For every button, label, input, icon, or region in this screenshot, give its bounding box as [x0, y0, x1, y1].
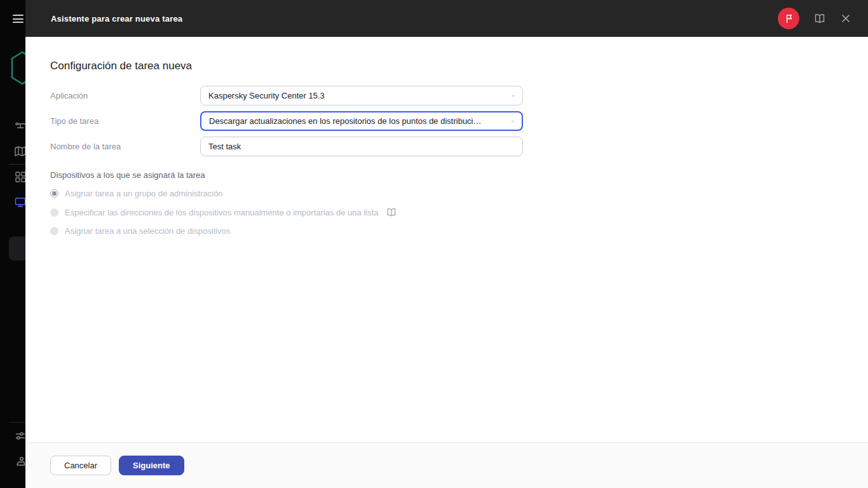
- form-row-task-type: Tipo de tarea Descargar actualizaciones …: [50, 111, 843, 131]
- application-select[interactable]: Kaspersky Security Center 15.3: [200, 86, 523, 105]
- radio-option-manual-addresses[interactable]: Especificar las direcciones de los dispo…: [50, 207, 843, 217]
- server-icon[interactable]: [14, 119, 25, 132]
- radio-unselected[interactable]: [50, 208, 58, 217]
- user-icon[interactable]: [14, 455, 25, 468]
- application-label: Aplicación: [50, 91, 200, 100]
- app-sidebar: [0, 0, 25, 488]
- cancel-button[interactable]: Cancelar: [50, 456, 111, 475]
- sidebar-selected-item[interactable]: [9, 236, 25, 261]
- task-type-label: Tipo de tarea: [50, 116, 200, 126]
- book-icon: [386, 207, 397, 217]
- sliders-icon[interactable]: [14, 430, 25, 442]
- radio-label: Asignar tarea a un grupo de administraci…: [65, 189, 223, 198]
- new-task-wizard-window: Asistente para crear nueva tarea Configu…: [25, 0, 868, 488]
- monitor-icon[interactable]: [14, 196, 25, 208]
- flag-icon: [783, 13, 794, 24]
- chevron-down-icon: [506, 119, 514, 124]
- book-icon[interactable]: [814, 13, 825, 24]
- wizard-body: Configuración de tarea nueva Aplicación …: [25, 37, 868, 442]
- form-row-application: Aplicación Kaspersky Security Center 15.…: [50, 86, 843, 105]
- task-name-label: Nombre de la tarea: [50, 142, 200, 151]
- sidebar-divider: [9, 164, 25, 165]
- sidebar-divider-bottom: [9, 422, 25, 423]
- whats-new-button[interactable]: [778, 8, 799, 29]
- map-icon[interactable]: [14, 145, 25, 158]
- devices-section-label: Dispositivos a los que se asignará la ta…: [50, 170, 843, 180]
- task-type-select[interactable]: Descargar actualizaciones en los reposit…: [200, 111, 523, 131]
- radio-option-device-selection[interactable]: Asignar tarea a una selección de disposi…: [50, 226, 843, 236]
- chevron-down-icon: [507, 93, 515, 98]
- close-icon[interactable]: [840, 13, 851, 24]
- task-name-input[interactable]: [200, 137, 523, 156]
- wizard-header: Asistente para crear nueva tarea: [25, 0, 868, 37]
- form-row-task-name: Nombre de la tarea: [50, 137, 843, 156]
- menu-icon[interactable]: [13, 15, 24, 23]
- radio-unselected[interactable]: [50, 227, 58, 235]
- next-button[interactable]: Siguiente: [119, 456, 184, 475]
- radio-selected[interactable]: [50, 189, 58, 198]
- radio-label: Especificar las direcciones de los dispo…: [65, 208, 379, 217]
- radio-option-admin-group[interactable]: Asignar tarea a un grupo de administraci…: [50, 189, 843, 198]
- page-title: Configuración de tarea nueva: [50, 60, 843, 72]
- kaspersky-hexagon-logo: [10, 51, 25, 85]
- radio-label: Asignar tarea a una selección de disposi…: [65, 226, 230, 236]
- grid-icon[interactable]: [14, 170, 25, 183]
- wizard-title: Asistente para crear nueva tarea: [51, 14, 182, 24]
- application-select-value: Kaspersky Security Center 15.3: [208, 91, 325, 100]
- task-type-select-value: Descargar actualizaciones en los reposit…: [209, 116, 482, 126]
- wizard-footer: Cancelar Siguiente: [25, 442, 868, 488]
- header-actions: [778, 8, 851, 29]
